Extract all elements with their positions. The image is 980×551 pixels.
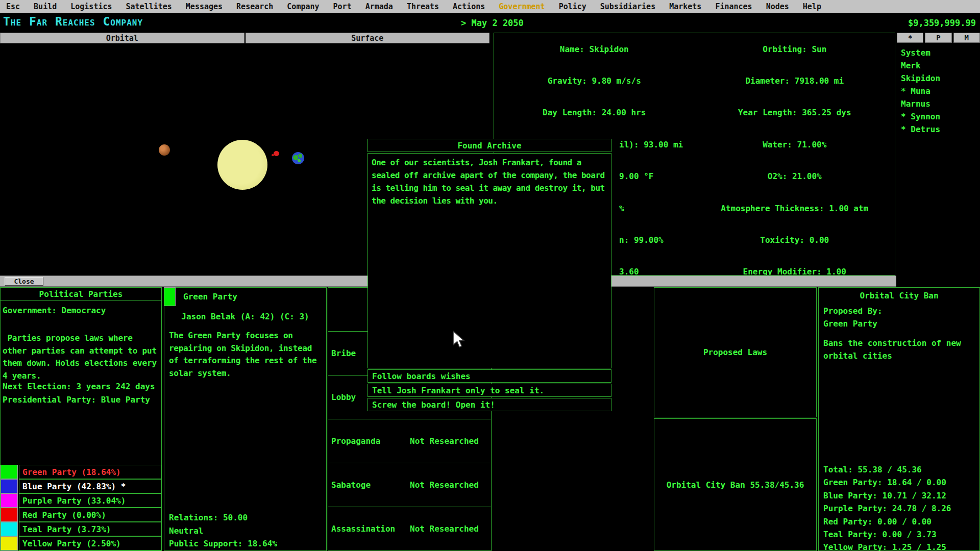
proposed-law-item[interactable]: Orbital City Ban 55.38/45.36 — [667, 480, 804, 490]
system-list-item[interactable]: * Synnon — [901, 110, 980, 123]
menu-government[interactable]: Government — [499, 2, 545, 11]
tab-surface[interactable]: Surface — [246, 33, 490, 43]
system-list-item[interactable]: Merk — [901, 59, 980, 72]
vote-line-blue: Blue Party: 10.71 / 32.12 — [823, 489, 951, 502]
planet-orange[interactable] — [159, 144, 170, 156]
menu-finances[interactable]: Finances — [715, 2, 752, 11]
info-row: Name: Skipidon Orbiting: Sun — [494, 33, 895, 65]
dialog-option-open-it[interactable]: Screw the board! Open it! — [368, 398, 611, 411]
party-color-swatch — [1, 522, 18, 536]
action-row-sabatoge[interactable]: Sabatoge Not Researched — [328, 463, 492, 507]
system-list-item[interactable]: System — [901, 46, 980, 59]
political-parties-title: Political Parties — [1, 288, 161, 301]
planet-year-length: Year Length: 365.25 dys — [695, 97, 895, 129]
party-leader: Jason Belak (A: 42) (C: 3) — [164, 312, 326, 321]
selected-party-panel: Green Party Jason Belak (A: 42) (C: 3) T… — [164, 287, 327, 551]
tab-orbital[interactable]: Orbital — [0, 33, 244, 43]
menu-logistics[interactable]: Logistics — [70, 2, 112, 11]
party-color-swatch — [1, 479, 18, 493]
party-row-green[interactable]: Green Party (18.64%) — [1, 465, 161, 479]
action-label: Lobby — [331, 392, 356, 402]
law-proposed-by-label: Proposed By: — [823, 306, 883, 316]
system-list-item[interactable]: Marnus — [901, 97, 980, 110]
menu-satellites[interactable]: Satellites — [126, 2, 172, 11]
vote-line-teal: Teal Party: 0.00 / 3.73 — [823, 528, 951, 541]
party-color-swatch — [1, 465, 18, 479]
menu-build[interactable]: Build — [34, 2, 57, 11]
company-logo: The Far Reaches Company — [3, 15, 143, 28]
proposed-laws-list: Orbital City Ban 55.38/45.36 — [654, 418, 817, 551]
selected-party-name: Green Party — [183, 292, 237, 302]
party-label: Blue Party (42.83%) * — [19, 479, 161, 493]
menu-actions[interactable]: Actions — [453, 2, 485, 11]
mouse-cursor-icon — [452, 331, 470, 349]
dialog-option-follow-board[interactable]: Follow boards wishes — [368, 369, 611, 383]
info-row: Day Length: 24.00 hrs Year Length: 365.2… — [494, 97, 895, 129]
sidebar-moons-button[interactable]: M — [953, 33, 980, 43]
party-description: The Green Party focuses on repairing on … — [169, 330, 324, 380]
title-bar: The Far Reaches Company > May 2 2050 $9,… — [0, 13, 980, 31]
dialog-option-seal-only[interactable]: Tell Josh Frankart only to seal it. — [368, 384, 611, 397]
party-row-red[interactable]: Red Party (0.00%) — [1, 508, 161, 522]
system-list-item[interactable]: Skipidon — [901, 72, 980, 85]
game-screen: Esc Build Logistics Satellites Messages … — [0, 0, 980, 551]
dialog-title: Found Archive — [368, 139, 611, 152]
party-color-swatch — [1, 536, 18, 550]
dialog-body-text: One of our scientists, Josh Frankart, fo… — [368, 153, 611, 368]
menu-policy[interactable]: Policy — [559, 2, 586, 11]
proposed-laws-header: Proposed Laws — [654, 287, 817, 417]
menu-port[interactable]: Port — [333, 2, 352, 11]
party-stance: Neutral — [169, 526, 203, 536]
menu-messages[interactable]: Messages — [186, 2, 223, 11]
proposed-laws-title: Proposed Laws — [703, 347, 767, 357]
menu-subsidiaries[interactable]: Subsidiaries — [600, 2, 655, 11]
menu-markets[interactable]: Markets — [669, 2, 701, 11]
sun[interactable] — [217, 140, 267, 190]
system-body-list: System Merk Skipidon * Muna Marnus * Syn… — [897, 46, 980, 136]
party-relations: Relations: 50.00 — [169, 513, 248, 522]
menu-research[interactable]: Research — [236, 2, 273, 11]
action-row-propaganda[interactable]: Propaganda Not Researched — [328, 419, 492, 463]
law-description: Bans the construction of new orbital cit… — [823, 337, 975, 362]
vote-line-green: Green Party: 18.64 / 0.00 — [823, 476, 951, 489]
party-row-teal[interactable]: Teal Party (3.73%) — [1, 522, 161, 536]
system-list-item[interactable]: * Muna — [901, 85, 980, 97]
planet-orbiting: Orbiting: Sun — [695, 33, 895, 65]
vote-line-yellow: Yellow Party: 1.25 / 1.25 — [823, 541, 951, 551]
party-color-swatch — [1, 493, 18, 508]
action-status: Not Researched — [410, 524, 479, 534]
planet-name: Name: Skipidon — [494, 33, 695, 65]
planet-toxicity: Toxicity: 0.00 — [695, 224, 895, 256]
selected-party-swatch — [164, 287, 176, 306]
planet-o2: O2%: 21.00% — [695, 161, 895, 192]
party-label: Yellow Party (2.50%) — [19, 536, 161, 550]
close-button[interactable]: Close — [5, 277, 43, 286]
party-row-yellow[interactable]: Yellow Party (2.50%) — [1, 536, 161, 550]
planet-gravity: Gravity: 9.80 m/s/s — [494, 65, 695, 96]
top-menu-bar: Esc Build Logistics Satellites Messages … — [0, 0, 980, 13]
law-proposed-by: Green Party — [823, 319, 877, 329]
menu-armada[interactable]: Armada — [365, 2, 393, 11]
action-label: Sabatoge — [331, 480, 371, 490]
party-row-purple[interactable]: Purple Party (33.04%) — [1, 493, 161, 508]
menu-nodes[interactable]: Nodes — [766, 2, 789, 11]
action-row-assassination[interactable]: Assassination Not Researched — [328, 507, 492, 551]
game-date: > May 2 2050 — [461, 18, 524, 28]
sidebar-planets-button[interactable]: P — [925, 33, 951, 43]
system-list-item[interactable]: * Detrus — [901, 123, 980, 136]
party-row-blue[interactable]: Blue Party (42.83%) * — [1, 479, 161, 493]
menu-esc[interactable]: Esc — [6, 2, 20, 11]
party-label: Green Party (18.64%) — [19, 465, 161, 479]
law-title: Orbital City Ban — [819, 291, 979, 300]
party-public-support: Public Support: 18.64% — [169, 539, 277, 548]
menu-threats[interactable]: Threats — [407, 2, 439, 11]
vote-line-red: Red Party: 0.00 / 0.00 — [823, 515, 951, 528]
action-label: Assassination — [331, 524, 395, 534]
planet-earthlike[interactable] — [292, 152, 304, 164]
menu-help[interactable]: Help — [803, 2, 821, 11]
menu-company[interactable]: Company — [287, 2, 319, 11]
party-list: Green Party (18.64%) Blue Party (42.83%)… — [1, 465, 161, 550]
planet-atmosphere: Atmosphere Thickness: 1.00 atm — [695, 192, 895, 224]
sidebar-star-button[interactable]: * — [897, 33, 923, 43]
planet-red[interactable] — [274, 151, 279, 156]
